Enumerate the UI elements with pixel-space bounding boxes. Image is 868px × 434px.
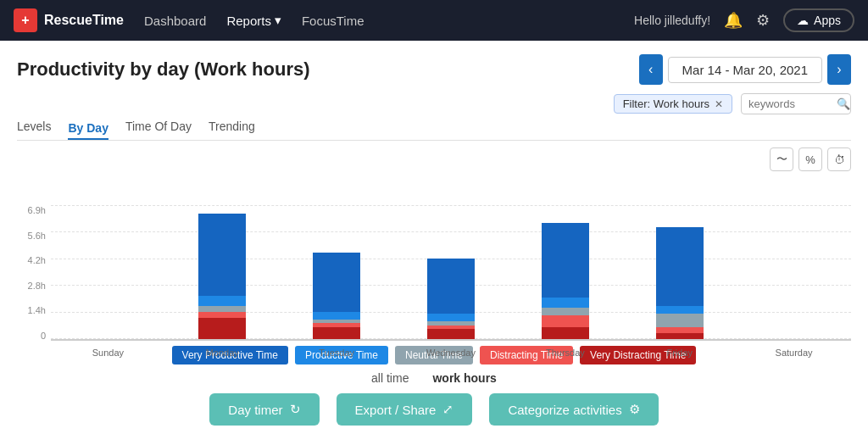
tab-by-day[interactable]: By Day [68, 121, 108, 140]
bar-day-label: Wednesday [426, 348, 476, 358]
bar-day-label: Sunday [92, 348, 124, 358]
chart-wrapper: 〜 % ⏱ 01.4h2.8h4.2h5.6h6.9h SundayMonday… [17, 147, 851, 341]
grid-line [51, 205, 851, 206]
bar-segment-very_productive [656, 227, 704, 306]
bar-day-label: Monday [206, 348, 239, 358]
bar-day-label: Tuesday [319, 348, 354, 358]
bar-day-label: Thursday [546, 348, 585, 358]
y-axis-label: 2.8h [17, 281, 46, 291]
bar-group: Wednesday [394, 259, 509, 339]
export-share-label: Export / Share [355, 403, 437, 417]
bar-group: Friday [622, 227, 737, 339]
bar-segment-very_distracting [198, 318, 246, 340]
day-timer-label: Day timer [228, 403, 282, 417]
bar-segment-neutral [656, 314, 704, 327]
prev-date-button[interactable]: ‹ [639, 54, 663, 85]
bar-segment-very_productive [542, 223, 589, 298]
day-timer-icon: ↻ [290, 402, 301, 417]
bar-segment-distracting [656, 327, 704, 333]
export-share-icon: ⤢ [442, 402, 453, 417]
search-input[interactable] [748, 97, 833, 110]
y-axis-label: 1.4h [17, 305, 46, 315]
y-axis-label: 5.6h [17, 231, 46, 241]
apps-button[interactable]: ☁ Apps [783, 8, 854, 32]
bar-stack[interactable] [656, 227, 704, 339]
bar-segment-productive [198, 296, 246, 306]
bar-segment-distracting [542, 315, 589, 327]
bar-segment-productive [313, 312, 360, 320]
bar-segment-very_distracting [656, 333, 704, 339]
bar-group: Thursday [508, 223, 622, 339]
bar-segment-very_productive [198, 214, 246, 296]
nav-dashboard[interactable]: Dashboard [144, 14, 206, 28]
notification-icon[interactable]: 🔔 [724, 11, 743, 30]
bar-group: Monday [165, 214, 280, 339]
bar-segment-very_distracting [313, 327, 360, 339]
user-greeting: Hello jilleduffy! [634, 14, 710, 27]
nav-focustime[interactable]: FocusTime [302, 14, 364, 28]
filter-close-button[interactable]: ✕ [715, 98, 723, 110]
date-range[interactable]: Mar 14 - Mar 20, 2021 [668, 57, 822, 83]
search-icon[interactable]: 🔍 [837, 97, 850, 110]
logo-icon: + [14, 8, 37, 32]
bar-segment-very_productive [427, 259, 475, 314]
categorize-icon: ⚙ [629, 402, 640, 417]
y-axis-label: 6.9h [17, 205, 46, 215]
bar-segment-distracting [198, 312, 246, 318]
bar-day-label: Saturday [776, 348, 813, 358]
tab-time-of-day[interactable]: Time Of Day [125, 120, 192, 136]
action-buttons: Day timer ↻ Export / Share ⤢ Categorize … [17, 393, 851, 426]
settings-icon[interactable]: ⚙ [756, 11, 770, 30]
main-content: Productivity by day (Work hours) ‹ Mar 1… [0, 41, 868, 434]
next-date-button[interactable]: › [827, 54, 851, 85]
navbar: + RescueTime Dashboard Reports ▾ FocusTi… [0, 0, 868, 41]
chart-timer-icon[interactable]: ⏱ [827, 147, 851, 171]
search-box[interactable]: 🔍 [741, 93, 851, 114]
bar-stack[interactable] [313, 253, 360, 339]
nav-right: Hello jilleduffy! 🔔 ⚙ ☁ Apps [634, 8, 854, 32]
tab-trending[interactable]: Trending [209, 120, 255, 136]
top-row: Productivity by day (Work hours) ‹ Mar 1… [17, 54, 851, 85]
tab-levels[interactable]: Levels [17, 120, 51, 136]
categorize-label: Categorize activities [508, 403, 621, 417]
bar-stack[interactable] [427, 259, 475, 339]
bar-stack[interactable] [198, 214, 246, 339]
y-axis-label: 4.2h [17, 255, 46, 265]
logo[interactable]: + RescueTime [14, 8, 124, 32]
chart-icon-group: 〜 % ⏱ [770, 147, 851, 171]
bottom-tab-all-time[interactable]: all time [368, 370, 412, 387]
day-timer-button[interactable]: Day timer ↻ [209, 393, 319, 426]
bar-stack[interactable] [542, 223, 589, 339]
bar-segment-neutral [542, 308, 589, 315]
filter-row: Filter: Work hours ✕ 🔍 [17, 93, 851, 114]
chart-percent-icon[interactable]: % [798, 147, 822, 171]
categorize-activities-button[interactable]: Categorize activities ⚙ [489, 393, 658, 426]
nav-reports[interactable]: Reports ▾ [226, 13, 281, 28]
bar-group: Tuesday [280, 253, 394, 339]
bar-segment-very_productive [313, 253, 360, 312]
cloud-icon: ☁ [797, 14, 809, 27]
y-axis-label: 0 [17, 331, 46, 341]
bar-segment-productive [542, 298, 589, 308]
bar-segment-productive [427, 314, 475, 321]
bar-segment-very_distracting [427, 329, 475, 339]
y-axis: 01.4h2.8h4.2h5.6h6.9h [17, 205, 51, 341]
export-share-button[interactable]: Export / Share ⤢ [337, 393, 473, 426]
bar-segment-productive [656, 306, 704, 314]
page-title: Productivity by day (Work hours) [17, 58, 310, 81]
reports-dropdown-icon: ▾ [275, 13, 281, 28]
bottom-tabs: all time work hours [17, 370, 851, 387]
chart-line-icon[interactable]: 〜 [770, 147, 793, 171]
date-navigation: ‹ Mar 14 - Mar 20, 2021 › [639, 54, 851, 85]
bar-segment-very_distracting [542, 327, 589, 339]
filter-tag[interactable]: Filter: Work hours ✕ [614, 94, 732, 114]
tabs-row: Levels By Day Time Of Day Trending [17, 120, 851, 141]
bottom-tab-work-hours[interactable]: work hours [429, 370, 499, 387]
logo-text: RescueTime [44, 13, 124, 28]
chart-bars: SundayMondayTuesdayWednesdayThursdayFrid… [51, 205, 851, 341]
bar-day-label: Friday [666, 348, 693, 358]
bar-segment-neutral [198, 306, 246, 312]
